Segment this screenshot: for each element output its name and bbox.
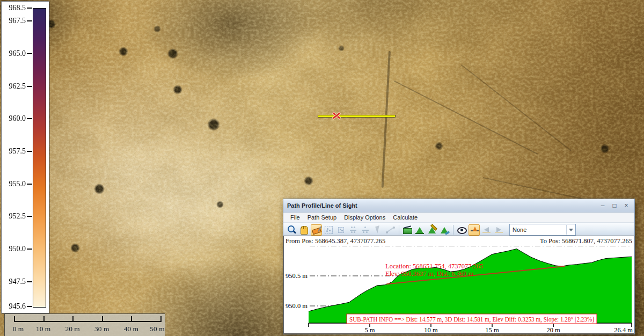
colorbar-tick bbox=[27, 53, 32, 54]
scalebar-label: 30 m bbox=[94, 325, 109, 333]
colorbar-tick bbox=[27, 216, 32, 217]
elevation-profile-chart[interactable]: 950.5 m950.0 m5 m10 m15 m20 m26.4 mLocat… bbox=[284, 246, 634, 333]
zoom-tool-icon[interactable] bbox=[286, 224, 297, 236]
toolbar-icons bbox=[286, 224, 505, 236]
colorbar-tick bbox=[27, 20, 32, 21]
colorbar-tick-label: 945.6 bbox=[2, 303, 26, 310]
toolbar-separator bbox=[399, 225, 399, 235]
visibility-eye-icon[interactable] bbox=[456, 224, 467, 236]
scalebar-tick bbox=[14, 316, 15, 322]
screen: 968.5967.5965.0962.5960.0957.5955.0952.5… bbox=[0, 0, 644, 336]
minimize-icon[interactable]: – bbox=[598, 201, 607, 210]
colorbar-tick bbox=[27, 249, 32, 250]
colorbar-tick bbox=[27, 118, 32, 119]
scalebar-tick bbox=[131, 316, 132, 322]
menu-display-options[interactable]: Display Options bbox=[340, 213, 389, 222]
colorbar-tick-label: 960.0 bbox=[2, 115, 26, 122]
colorbar-tick-label: 947.5 bbox=[2, 278, 26, 286]
colorbar-tick-label: 957.5 bbox=[2, 148, 26, 155]
next-profile-icon[interactable] bbox=[493, 224, 504, 236]
x-axis-label: 15 m bbox=[485, 326, 499, 333]
scalebar-label: 0 m bbox=[13, 325, 24, 333]
scalebar-label: 40 m bbox=[124, 325, 138, 333]
scalebar-label: 20 m bbox=[65, 325, 79, 333]
measure-path-icon[interactable] bbox=[311, 224, 322, 236]
x-axis-label: 5 m bbox=[364, 326, 375, 333]
subpath-info-text: SUB-PATH INFO ==> Dist: 14.577 m, 3D Dis… bbox=[349, 316, 594, 323]
scalebar-tick bbox=[43, 316, 45, 322]
terrain-tools-icon[interactable] bbox=[439, 224, 450, 236]
colorbar-tick bbox=[27, 306, 32, 307]
terrain-profile-area bbox=[309, 249, 632, 323]
elevation-colorbar bbox=[33, 8, 46, 308]
colorbar-tick-label: 968.5 bbox=[2, 4, 26, 12]
profile-pane: From Pos: 568645.387, 4737077.265 To Pos… bbox=[283, 236, 634, 334]
pan-hand-icon[interactable] bbox=[298, 224, 310, 236]
path-divide-alt-icon[interactable] bbox=[360, 224, 371, 236]
profile-marker-icon[interactable] bbox=[469, 224, 480, 236]
terrain-profile-icon[interactable] bbox=[414, 224, 426, 236]
combobox-value: None bbox=[510, 227, 566, 233]
position-bar: From Pos: 568645.387, 4737077.265 To Pos… bbox=[284, 236, 634, 246]
colorbar-tick-label: 952.5 bbox=[2, 213, 26, 220]
scalebar-tick bbox=[72, 316, 74, 322]
location-annotation-line2: Elev: 950.3637 m, Dist: 6.369 m bbox=[385, 270, 473, 277]
colorbar-tick-label: 965.0 bbox=[2, 50, 26, 57]
path-divide-icon[interactable] bbox=[348, 224, 359, 236]
scalebar-label: 50 m bbox=[150, 325, 164, 333]
x-axis-label: 20 m bbox=[546, 326, 560, 333]
close-icon[interactable]: × bbox=[622, 201, 631, 210]
prev-profile-icon[interactable] bbox=[481, 224, 492, 236]
toolbar: None bbox=[283, 223, 634, 237]
path-location-x-marker[interactable] bbox=[332, 111, 341, 120]
from-pos-label: From Pos: 568645.387, 4737077.265 bbox=[286, 237, 385, 245]
scalebar-tick bbox=[102, 316, 103, 322]
colorbar-tick bbox=[27, 8, 32, 9]
path-profile-window: Path Profile/Line of Sight – □ × File Pa… bbox=[283, 199, 635, 334]
window-titlebar[interactable]: Path Profile/Line of Sight – □ × bbox=[283, 199, 634, 213]
map-scalebar-panel: 0 m10 m20 m30 m40 m50 m bbox=[4, 313, 165, 336]
scalebar-line bbox=[14, 321, 160, 322]
maximize-icon[interactable]: □ bbox=[610, 201, 619, 210]
toolbar-separator bbox=[453, 225, 453, 235]
profile-chart-icon[interactable] bbox=[402, 224, 413, 236]
colorbar-tick-label: 962.5 bbox=[2, 83, 26, 90]
colorbar-tick-label: 955.0 bbox=[2, 180, 26, 188]
x-axis-label: 10 m bbox=[424, 326, 438, 333]
colorbar-tick bbox=[27, 86, 32, 87]
menu-bar: File Path Setup Display Options Calculat… bbox=[283, 213, 634, 223]
line-of-sight-tool-icon[interactable] bbox=[385, 224, 396, 236]
chevron-down-icon[interactable] bbox=[566, 225, 575, 235]
scalebar-tick bbox=[160, 316, 162, 322]
menu-path-setup[interactable]: Path Setup bbox=[304, 213, 340, 222]
x-axis-label: 26.4 m bbox=[614, 326, 633, 333]
menu-calculate[interactable]: Calculate bbox=[389, 213, 421, 222]
colorbar-tick bbox=[27, 151, 32, 152]
pointer-select-icon[interactable] bbox=[372, 224, 384, 236]
scalebar-label: 10 m bbox=[36, 325, 50, 333]
select-region-icon[interactable] bbox=[323, 224, 334, 236]
y-axis-label: 950.5 m bbox=[286, 272, 308, 280]
elevation-legend-panel: 968.5967.5965.0962.5960.0957.5955.0952.5… bbox=[1, 1, 49, 313]
menu-file[interactable]: File bbox=[287, 213, 304, 222]
location-annotation-line1: Location: 568651.754, 4737077.265 bbox=[385, 262, 483, 270]
colorbar-tick bbox=[27, 184, 32, 185]
colorbar-tick bbox=[27, 281, 32, 282]
measured-path-line[interactable] bbox=[318, 115, 396, 118]
to-pos-label: To Pos: 568671.807, 4737077.265 bbox=[540, 237, 632, 245]
colorbar-tick-label: 967.5 bbox=[2, 17, 26, 25]
colorbar-tick-label: 950.0 bbox=[2, 245, 26, 253]
y-axis-label: 950.0 m bbox=[286, 302, 308, 310]
terrain-edit-icon[interactable] bbox=[427, 224, 438, 236]
window-title: Path Profile/Line of Sight bbox=[287, 202, 595, 209]
overlay-select-combobox[interactable]: None bbox=[509, 224, 576, 236]
select-points-icon[interactable] bbox=[335, 224, 347, 236]
